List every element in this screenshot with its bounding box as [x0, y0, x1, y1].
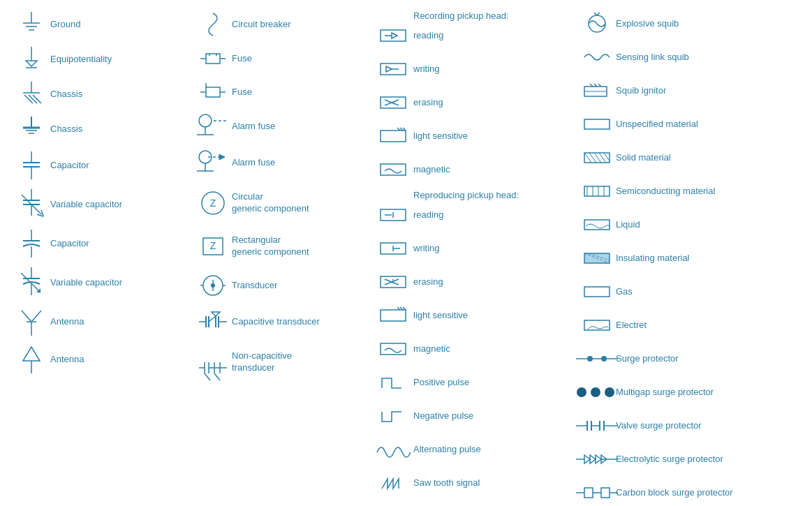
- symbol-liquid: [578, 217, 616, 232]
- item-explosive-squib: Explosive squib: [578, 10, 812, 37]
- label-chassis1: Chassis: [50, 89, 183, 101]
- label-explosive-squib: Explosive squib: [616, 18, 812, 30]
- label-semiconducting-material: Semiconducting material: [616, 186, 812, 198]
- symbol-rectangular-generic: Z: [194, 232, 232, 260]
- item-fuse2: Fuse: [194, 79, 364, 105]
- symbol-sensing-link-squib: [578, 49, 616, 66]
- symbol-alarm-fuse1: [194, 112, 232, 140]
- symbol-recording-writing: [376, 61, 413, 77]
- col2: Circuit breaker Fuse: [189, 7, 370, 506]
- svg-rect-108: [381, 343, 406, 355]
- symbol-insulating-material: [578, 251, 616, 266]
- item-semiconducting-material: Semiconducting material: [578, 178, 812, 204]
- symbol-capacitor2: [13, 228, 50, 259]
- item-negative-pulse: Negative pulse: [376, 403, 567, 429]
- item-multigap-surge: Multigap surge protector: [578, 379, 812, 405]
- label-reproducing-writing: writing: [413, 243, 567, 255]
- item-non-capacitive-transducer: Non-capacitivetransducer: [194, 344, 364, 380]
- label-fuse1: Fuse: [232, 53, 364, 65]
- item-recording-writing: writing: [376, 56, 567, 82]
- item-electret: Electret: [578, 312, 812, 338]
- item-reproducing-light: light sensitive: [376, 302, 567, 329]
- label-transducer: Transducer: [232, 280, 364, 292]
- svg-line-35: [31, 311, 41, 322]
- item-alternating-pulse: Alternating pulse: [376, 436, 567, 463]
- svg-text:Z: Z: [210, 240, 216, 251]
- label-negative-pulse: Negative pulse: [413, 410, 567, 422]
- svg-rect-84: [381, 30, 406, 41]
- label-saw-tooth: Saw tooth signal: [413, 477, 567, 489]
- label-unspecified-material: Unspecified material: [616, 119, 812, 131]
- symbol-recording-reading: [376, 27, 413, 44]
- symbol-variable-capacitor1: [13, 188, 50, 221]
- label-liquid: Liquid: [616, 219, 812, 231]
- svg-rect-40: [206, 54, 220, 64]
- item-insulating-material: Insulating material: [578, 245, 812, 271]
- svg-rect-159: [601, 488, 610, 498]
- label-chassis2: Chassis: [50, 124, 183, 135]
- label-variable-capacitor1: Variable capacitor: [50, 199, 183, 211]
- label-ground: Ground: [50, 19, 183, 31]
- symbol-reproducing-magnetic: [376, 341, 413, 357]
- item-alarm-fuse1: Alarm fuse: [194, 112, 364, 140]
- item-recording-magnetic: magnetic: [376, 156, 567, 183]
- col3: Recording pickup head: reading writing: [370, 7, 573, 506]
- svg-rect-117: [584, 119, 610, 129]
- label-positive-pulse: Positive pulse: [413, 377, 567, 389]
- item-chassis2: Chassis: [13, 115, 183, 143]
- reproducing-header: Reproducing pickup head:: [376, 190, 567, 200]
- svg-point-140: [577, 387, 586, 397]
- item-recording-light: light sensitive: [376, 123, 567, 149]
- label-valve-surge: Valve surge protector: [616, 420, 812, 432]
- symbol-equipotentiality: [13, 45, 50, 73]
- svg-marker-38: [23, 347, 40, 361]
- svg-marker-85: [392, 33, 397, 38]
- symbol-squib-ignitor: [578, 81, 616, 101]
- symbol-circular-generic: Z: [194, 189, 232, 217]
- symbol-positive-pulse: [376, 373, 413, 392]
- label-circuit-breaker: Circuit breaker: [232, 19, 364, 31]
- label-electrolytic-surge: Electrolytic surge protector: [616, 454, 812, 466]
- symbol-recording-erasing: [376, 94, 413, 111]
- symbol-gas: [578, 284, 616, 299]
- symbol-electret: [578, 318, 616, 333]
- svg-rect-124: [584, 186, 610, 196]
- item-capacitor2: Capacitor: [13, 228, 183, 259]
- col1: Ground Equipotentiality: [7, 7, 189, 506]
- svg-line-82: [205, 373, 210, 380]
- svg-rect-157: [584, 488, 593, 498]
- symbol-negative-pulse: [376, 406, 413, 426]
- item-reproducing-erasing: erasing: [376, 269, 567, 295]
- label-recording-erasing: erasing: [413, 97, 567, 109]
- symbol-carbon-block-surge: [578, 484, 616, 502]
- label-antenna1: Antenna: [50, 316, 183, 328]
- symbol-alarm-fuse2: [194, 147, 232, 178]
- svg-text:Z: Z: [210, 198, 216, 209]
- item-chassis1: Chassis: [13, 80, 183, 108]
- symbol-non-capacitive-transducer: [194, 344, 232, 380]
- label-circular-generic: Circulargeneric component: [232, 191, 364, 215]
- item-solid-material: Solid material: [578, 144, 812, 171]
- item-circuit-breaker: Circuit breaker: [194, 10, 364, 38]
- label-capacitor2: Capacitor: [50, 238, 183, 250]
- label-carbon-block-surge: Carbon block surge protector: [616, 487, 812, 499]
- item-antenna2: Antenna: [13, 344, 183, 375]
- item-rectangular-generic: Z Rectangulargeneric component: [194, 228, 364, 265]
- recording-header: Recording pickup head:: [376, 10, 567, 21]
- symbol-antenna1: [13, 306, 50, 337]
- symbol-explosive-squib: [578, 13, 616, 35]
- symbol-ground: [13, 10, 50, 38]
- item-circular-generic: Z Circulargeneric component: [194, 185, 364, 221]
- label-fuse2: Fuse: [232, 87, 364, 98]
- symbol-capacitive-transducer: [194, 306, 232, 337]
- label-alarm-fuse2: Alarm fuse: [232, 157, 364, 169]
- label-solid-material: Solid material: [616, 152, 812, 164]
- svg-rect-133: [584, 287, 610, 297]
- col4: Explosive squib Sensing link squib S: [573, 7, 812, 506]
- label-non-capacitive-transducer: Non-capacitivetransducer: [232, 350, 364, 374]
- symbol-reproducing-erasing: [376, 274, 413, 290]
- label-alarm-fuse1: Alarm fuse: [232, 121, 364, 133]
- symbol-fuse1: [194, 48, 232, 69]
- item-surge-protector: Surge protector: [578, 345, 812, 372]
- label-reproducing-reading: reading: [413, 209, 567, 221]
